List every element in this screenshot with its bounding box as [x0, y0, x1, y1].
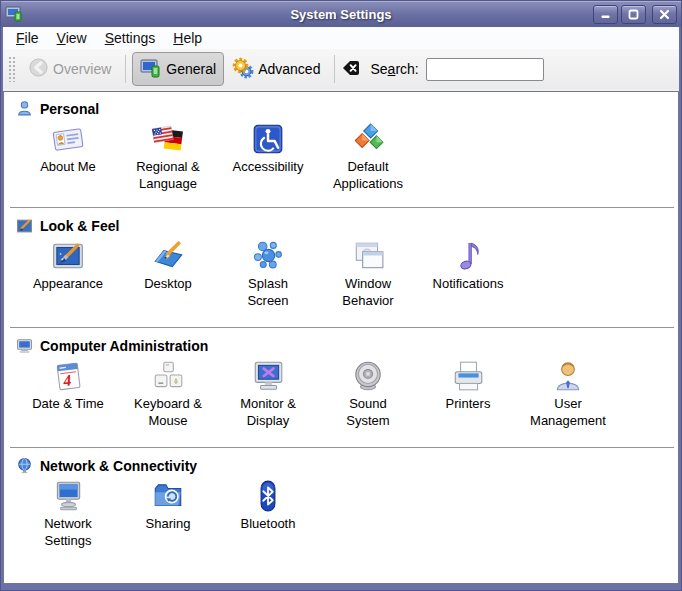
toolbar-separator: [125, 55, 126, 83]
section-personal: Personal: [4, 92, 678, 209]
person-icon: [16, 100, 33, 117]
item-appearance[interactable]: Appearance: [18, 239, 118, 309]
titlebar[interactable]: System Settings: [1, 1, 681, 27]
id-card-icon: [51, 122, 85, 156]
section-title: Personal: [40, 101, 99, 117]
section-network-connectivity: Network & Connectivity: [4, 449, 678, 584]
paintbrush-icon: [51, 239, 85, 273]
printer-icon: [451, 359, 485, 393]
item-desktop[interactable]: Desktop: [118, 239, 218, 309]
item-sharing[interactable]: Sharing: [118, 479, 218, 549]
advanced-label: Advanced: [258, 61, 320, 77]
item-printers[interactable]: Printers: [418, 359, 518, 429]
gears-icon: [232, 57, 254, 82]
flags-icon: [151, 122, 185, 156]
item-default-applications[interactable]: DefaultApplications: [318, 122, 418, 192]
settings-panel: Personal: [3, 91, 679, 584]
item-window-behavior[interactable]: WindowBehavior: [318, 239, 418, 309]
shared-folder-icon: [151, 479, 185, 513]
item-bluetooth[interactable]: Bluetooth: [218, 479, 318, 549]
item-user-management[interactable]: UserManagement: [518, 359, 618, 429]
system-settings-window: System Settings File View Settings Help: [0, 0, 682, 591]
item-keyboard-mouse[interactable]: Keyboard &Mouse: [118, 359, 218, 429]
item-notifications[interactable]: Notifications: [418, 239, 518, 309]
section-computer-administration: Computer Administration 4: [4, 329, 678, 449]
windows-icon: [351, 239, 385, 273]
menubar: File View Settings Help: [3, 27, 679, 49]
music-note-icon: [451, 239, 485, 273]
search-area: Search:: [341, 58, 543, 81]
item-accessibility[interactable]: Accessibility: [218, 122, 318, 192]
menu-settings[interactable]: Settings: [96, 28, 165, 48]
minimize-button[interactable]: [593, 5, 618, 24]
toolbar-handle[interactable]: [8, 56, 15, 82]
toolbar: Overview General: [3, 49, 679, 89]
section-header: Personal: [16, 100, 678, 117]
maximize-button[interactable]: [621, 5, 646, 24]
section-title: Network & Connectivity: [40, 458, 197, 474]
bluetooth-icon: [251, 479, 285, 513]
item-regional-language[interactable]: Regional &Language: [118, 122, 218, 192]
advanced-tab-button[interactable]: Advanced: [224, 52, 328, 87]
general-label: General: [166, 61, 216, 77]
search-input[interactable]: [426, 58, 544, 81]
section-header: Computer Administration: [16, 337, 678, 354]
item-monitor-display[interactable]: Monitor &Display: [218, 359, 318, 429]
section-header: Look & Feel: [16, 217, 678, 234]
back-arrow-icon: [28, 57, 49, 81]
section-look-and-feel: Look & Feel: [4, 209, 678, 329]
window-title: System Settings: [1, 7, 681, 22]
general-icon: [140, 57, 162, 81]
item-network-settings[interactable]: NetworkSettings: [18, 479, 118, 549]
speaker-icon: [351, 359, 385, 393]
section-title: Look & Feel: [40, 218, 119, 234]
bubbles-icon: [251, 239, 285, 273]
system-settings-icon[interactable]: [5, 6, 24, 22]
user-icon: [551, 359, 585, 393]
item-sound-system[interactable]: SoundSystem: [318, 359, 418, 429]
menu-view[interactable]: View: [48, 28, 96, 48]
monitor-network-icon: [51, 479, 85, 513]
search-label: Search:: [370, 61, 418, 77]
item-splash-screen[interactable]: SplashScreen: [218, 239, 318, 309]
menu-file[interactable]: File: [7, 28, 48, 48]
clear-search-icon[interactable]: [341, 58, 361, 81]
monitor-x-icon: [251, 359, 285, 393]
overview-button[interactable]: Overview: [20, 52, 119, 86]
globe-icon: [16, 457, 33, 474]
blocks-icon: [351, 122, 385, 156]
overview-label: Overview: [53, 61, 111, 77]
wheelchair-icon: [251, 122, 285, 156]
item-date-time[interactable]: 4 Date & Time: [18, 359, 118, 429]
menu-help[interactable]: Help: [164, 28, 211, 48]
keyboard-icon: [151, 359, 185, 393]
section-title: Computer Administration: [40, 338, 208, 354]
desktop-pencil-icon: [151, 239, 185, 273]
item-about-me[interactable]: About Me: [18, 122, 118, 192]
general-tab-button[interactable]: General: [132, 52, 224, 86]
toolbar-separator: [334, 55, 335, 83]
computer-icon: [16, 337, 33, 354]
section-header: Network & Connectivity: [16, 457, 678, 474]
calendar-icon: 4: [51, 359, 85, 393]
close-button[interactable]: [652, 5, 677, 24]
looknfeel-icon: [16, 217, 33, 234]
